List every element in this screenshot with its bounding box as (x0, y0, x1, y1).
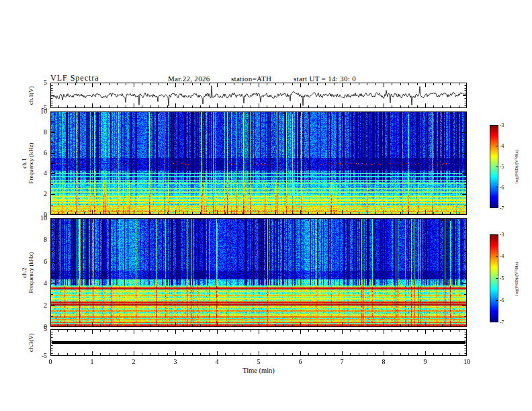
y-tick-label: 6 (26, 149, 47, 157)
x-axis-label: Time (min) (242, 367, 275, 374)
plot-title: VLF Spectra (50, 73, 99, 83)
y-tick-label: 5 (26, 325, 47, 333)
colorbar-tick-label: -6 (500, 185, 504, 191)
colorbar-2 (490, 234, 498, 322)
colorbar-tick-label: -4 (500, 253, 504, 259)
ch1-wave-y-label: ch.1(V) (28, 86, 34, 105)
colorbar-tick-label: -3 (500, 232, 504, 238)
colorbar-tick-label: -7 (500, 205, 504, 212)
ch1-spectrogram-canvas (50, 111, 467, 215)
ch2-spectrogram-canvas (50, 218, 467, 327)
y-tick-label: 6 (26, 258, 47, 266)
x-tick-label: 6 (294, 358, 307, 366)
y-tick-label: 2 (26, 302, 47, 310)
y-tick-label: 10 (26, 214, 47, 222)
x-tick-label: 2 (127, 358, 140, 366)
y-tick-label: 4 (26, 279, 47, 287)
y-tick-label: 8 (26, 236, 47, 244)
y-tick-label: 10 (26, 107, 47, 116)
colorbar-tick-label: -3 (500, 122, 504, 128)
colorbar-tick-label: -4 (500, 143, 504, 149)
colorbar-tick-label: -6 (500, 298, 504, 304)
ch3-waveform-canvas (50, 329, 467, 356)
ch3-wave-y-label: ch.3(V) (28, 333, 34, 352)
x-tick-label: 1 (85, 358, 99, 366)
vlf-spectra-figure: VLF Spectra Mar.22, 2026 station=ATH sta… (0, 0, 532, 411)
y-tick-label: 8 (26, 128, 47, 136)
start-time: start UT = 14: 30: 0 (294, 75, 356, 83)
x-tick-label: 4 (210, 358, 224, 366)
colorbar-tick-label: -5 (500, 275, 504, 281)
x-tick-label: 8 (377, 358, 390, 366)
colorbar-label: log(PSD)/(V²/Hz) (514, 150, 519, 183)
y-tick-label: 4 (26, 169, 47, 177)
station-name: station=ATH (231, 75, 271, 83)
y-tick-label: 2 (26, 190, 47, 198)
x-tick-label: 7 (335, 358, 349, 366)
colorbar-tick-label: -5 (500, 164, 504, 170)
colorbar-tick-label: -7 (500, 320, 504, 326)
colorbar-label: log(PSD)/(V²/Hz) (514, 261, 519, 295)
colorbar-1 (490, 125, 498, 208)
ch1-waveform-canvas (50, 83, 467, 108)
x-tick-label: 9 (418, 358, 432, 366)
x-tick-label: 0 (44, 358, 57, 366)
x-tick-label: 5 (252, 358, 265, 366)
x-tick-label: 3 (169, 358, 182, 366)
observation-date: Mar.22, 2026 (168, 75, 210, 83)
y-tick-label: 5 (26, 79, 47, 87)
x-tick-label: 10 (460, 358, 474, 366)
